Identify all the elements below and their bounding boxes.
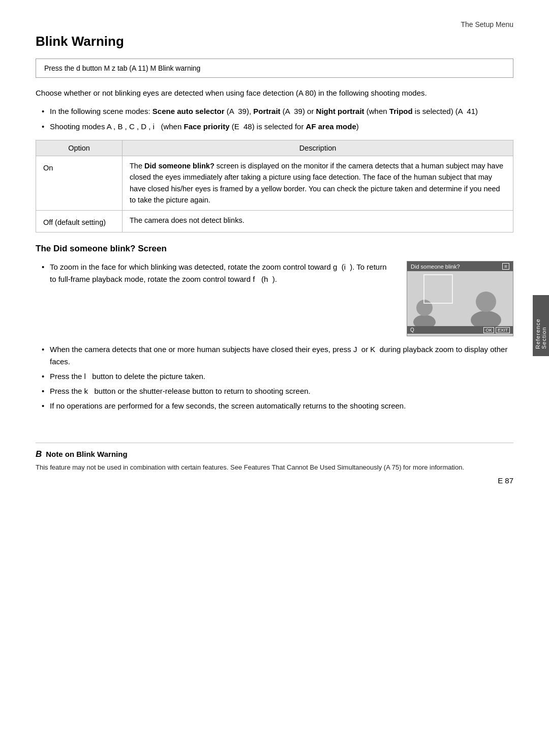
note-title: Note on Blink Warning — [46, 450, 127, 458]
description-off: The camera does not detect blinks. — [123, 210, 513, 232]
options-table: Option Description On The Did someone bl… — [36, 140, 513, 232]
preview-top-bar: Did someone blink? ≡ — [407, 261, 513, 271]
sidebar-reference-section: Reference Section — [533, 295, 549, 356]
table-row-off: Off (default setting) The camera does no… — [36, 210, 513, 232]
subsection-title: The Did someone blink? Screen — [36, 244, 513, 254]
page-title: Blink Warning — [36, 34, 513, 49]
subsection-content: To zoom in the face for which blinking w… — [36, 261, 513, 336]
note-prefix: B — [36, 449, 42, 459]
more-subsection-bullets: When the camera detects that one or more… — [41, 343, 513, 412]
nav-instruction-text: Press the d button M z tab (A 11) M Blin… — [44, 64, 200, 72]
ok-button-label: OK — [483, 327, 494, 333]
preview-content-area — [407, 271, 513, 326]
zoom-icon: Q — [410, 327, 414, 333]
preview-menu-icon: ≡ — [502, 263, 509, 270]
subsection-bullets: To zoom in the face for which blinking w… — [41, 261, 394, 285]
description-on: The Did someone blink? screen is display… — [123, 156, 513, 211]
intro-paragraph: Choose whether or not blinking eyes are … — [36, 87, 513, 99]
preview-bottom-bar: Q OK EXIT — [407, 326, 513, 334]
person-silhouette — [463, 280, 509, 326]
preview-screen-col: Did someone blink? ≡ — [407, 261, 513, 336]
feature-bullets: In the following scene modes: Scene auto… — [41, 105, 513, 133]
svg-point-1 — [476, 292, 496, 312]
svg-point-2 — [413, 315, 436, 326]
table-row-on: On The Did someone blink? screen is disp… — [36, 156, 513, 211]
col-option-header: Option — [36, 140, 123, 156]
face-detection-box — [423, 274, 453, 304]
sub-bullet-3: Press the l button to delete the picture… — [41, 370, 513, 383]
option-off: Off (default setting) — [36, 210, 123, 232]
bullet-item-2: Shooting modes A , B , C , D , i (when F… — [41, 121, 513, 133]
svg-point-0 — [471, 311, 501, 326]
subsection-text-col: To zoom in the face for which blinking w… — [36, 261, 394, 336]
note-title-row: B Note on Blink Warning — [36, 449, 513, 459]
page-number: E 87 — [498, 476, 513, 485]
sub-bullet-2: When the camera detects that one or more… — [41, 343, 513, 368]
preview-title: Did someone blink? — [411, 264, 460, 270]
bullet-item-1: In the following scene modes: Scene auto… — [41, 105, 513, 118]
sub-bullet-1: To zoom in the face for which blinking w… — [41, 261, 394, 285]
ok-exit-buttons: OK EXIT — [483, 327, 510, 333]
note-section: B Note on Blink Warning This feature may… — [36, 443, 513, 473]
option-on: On — [36, 156, 123, 211]
col-description-header: Description — [123, 140, 513, 156]
sub-bullet-4: Press the k button or the shutter-releas… — [41, 385, 513, 397]
section-header: The Setup Menu — [36, 20, 513, 28]
note-text: This feature may not be used in combinat… — [36, 462, 513, 473]
blink-screen-preview: Did someone blink? ≡ — [407, 261, 513, 336]
nav-instruction-box: Press the d button M z tab (A 11) M Blin… — [36, 59, 513, 78]
sub-bullet-5: If no operations are performed for a few… — [41, 400, 513, 412]
exit-button-label: EXIT — [496, 327, 510, 333]
